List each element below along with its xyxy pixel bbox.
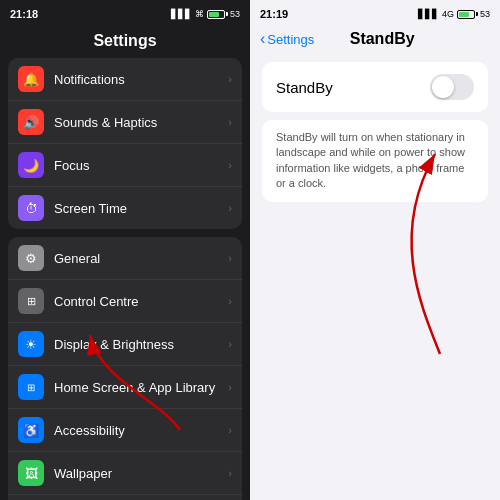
row-general[interactable]: ⚙ General › <box>8 237 242 280</box>
left-panel: 21:18 ▋▋▋ ⌘ 53 Settings 🔔 Notifications … <box>0 0 250 500</box>
accessibility-chevron: › <box>228 424 232 436</box>
screen-time-label: Screen Time <box>54 201 228 216</box>
home-screen-label: Home Screen & App Library <box>54 380 228 395</box>
row-standby[interactable]: ☾ StandBy › <box>8 495 242 500</box>
right-network-icon: 4G <box>442 9 454 19</box>
notifications-chevron: › <box>228 73 232 85</box>
right-battery-percent: 53 <box>480 9 490 19</box>
accessibility-icon: ♿ <box>23 423 39 438</box>
battery-indicator <box>207 10 225 19</box>
battery-fill <box>209 12 219 17</box>
battery-percent: 53 <box>230 9 240 19</box>
standby-toggle-section: StandBy <box>262 62 488 112</box>
notifications-icon: 🔔 <box>23 72 39 87</box>
row-control-centre[interactable]: ⊞ Control Centre › <box>8 280 242 323</box>
toggle-knob <box>432 76 454 98</box>
general-label: General <box>54 251 228 266</box>
accessibility-label: Accessibility <box>54 423 228 438</box>
right-signal-icon: ▋▋▋ <box>418 9 439 19</box>
focus-label: Focus <box>54 158 228 173</box>
control-centre-label: Control Centre <box>54 294 228 309</box>
right-page-title: StandBy <box>314 30 450 48</box>
display-chevron: › <box>228 338 232 350</box>
sounds-icon: 🔊 <box>23 115 39 130</box>
notifications-label: Notifications <box>54 72 228 87</box>
display-icon-wrap: ☀ <box>18 331 44 357</box>
home-screen-icon-wrap: ⊞ <box>18 374 44 400</box>
wallpaper-chevron: › <box>228 467 232 479</box>
left-time: 21:18 <box>10 8 38 20</box>
home-screen-icon: ⊞ <box>27 382 35 393</box>
notifications-icon-wrap: 🔔 <box>18 66 44 92</box>
row-home-screen[interactable]: ⊞ Home Screen & App Library › <box>8 366 242 409</box>
right-battery-fill <box>459 12 469 17</box>
back-label: Settings <box>267 32 314 47</box>
standby-description: StandBy will turn on when stationary in … <box>262 120 488 202</box>
sounds-label: Sounds & Haptics <box>54 115 228 130</box>
accessibility-icon-wrap: ♿ <box>18 417 44 443</box>
general-chevron: › <box>228 252 232 264</box>
left-status-bar: 21:18 ▋▋▋ ⌘ 53 <box>0 0 250 28</box>
control-centre-chevron: › <box>228 295 232 307</box>
sounds-chevron: › <box>228 116 232 128</box>
left-status-icons: ▋▋▋ ⌘ 53 <box>171 9 240 19</box>
row-focus[interactable]: 🌙 Focus › <box>8 144 242 187</box>
control-centre-icon: ⊞ <box>27 295 36 308</box>
wallpaper-label: Wallpaper <box>54 466 228 481</box>
wallpaper-icon-wrap: 🖼 <box>18 460 44 486</box>
section-2: ⚙ General › ⊞ Control Centre › ☀ Display… <box>8 237 242 500</box>
settings-list: 🔔 Notifications › 🔊 Sounds & Haptics › 🌙… <box>0 58 250 500</box>
standby-toggle-label: StandBy <box>276 79 333 96</box>
right-content: StandBy StandBy will turn on when statio… <box>250 54 500 500</box>
back-button[interactable]: ‹ Settings <box>260 30 314 48</box>
general-icon: ⚙ <box>25 251 37 266</box>
right-time: 21:19 <box>260 8 288 20</box>
right-battery-indicator <box>457 10 475 19</box>
signal-icon: ▋▋▋ <box>171 9 192 19</box>
screen-time-icon-wrap: ⏱ <box>18 195 44 221</box>
sounds-icon-wrap: 🔊 <box>18 109 44 135</box>
wifi-icon: ⌘ <box>195 9 204 19</box>
right-panel: 21:19 ▋▋▋ 4G 53 ‹ Settings StandBy Stand… <box>250 0 500 500</box>
focus-chevron: › <box>228 159 232 171</box>
focus-icon: 🌙 <box>23 158 39 173</box>
back-chevron-icon: ‹ <box>260 30 265 48</box>
right-nav: ‹ Settings StandBy <box>250 28 500 54</box>
row-screen-time[interactable]: ⏱ Screen Time › <box>8 187 242 229</box>
right-status-bar: 21:19 ▋▋▋ 4G 53 <box>250 0 500 28</box>
control-centre-icon-wrap: ⊞ <box>18 288 44 314</box>
wallpaper-icon: 🖼 <box>25 466 38 481</box>
focus-icon-wrap: 🌙 <box>18 152 44 178</box>
standby-toggle[interactable] <box>430 74 474 100</box>
row-notifications[interactable]: 🔔 Notifications › <box>8 58 242 101</box>
screen-time-icon: ⏱ <box>25 201 38 216</box>
section-1: 🔔 Notifications › 🔊 Sounds & Haptics › 🌙… <box>8 58 242 229</box>
row-accessibility[interactable]: ♿ Accessibility › <box>8 409 242 452</box>
display-label: Display & Brightness <box>54 337 228 352</box>
screen-time-chevron: › <box>228 202 232 214</box>
left-page-title: Settings <box>0 28 250 58</box>
row-wallpaper[interactable]: 🖼 Wallpaper › <box>8 452 242 495</box>
right-status-icons: ▋▋▋ 4G 53 <box>418 9 490 19</box>
row-display[interactable]: ☀ Display & Brightness › <box>8 323 242 366</box>
display-icon: ☀ <box>25 337 37 352</box>
general-icon-wrap: ⚙ <box>18 245 44 271</box>
row-sounds[interactable]: 🔊 Sounds & Haptics › <box>8 101 242 144</box>
home-screen-chevron: › <box>228 381 232 393</box>
